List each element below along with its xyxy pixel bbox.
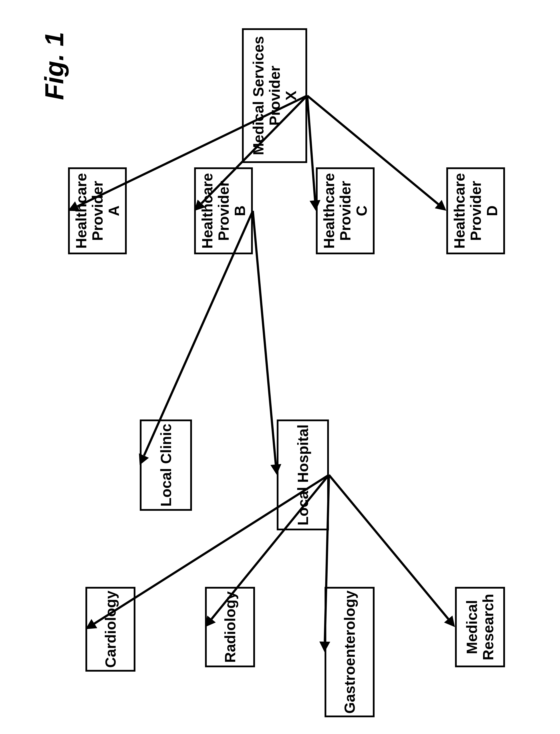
node-healthcare-provider-c: Healthcare Provider C [316, 167, 375, 254]
arrowhead-icon [270, 464, 282, 475]
node-local-clinic: Local Clinic [140, 419, 192, 511]
node-local-hospital: Local Hospital [277, 419, 329, 530]
node-label: Cardiology [102, 590, 119, 668]
edge-hospital-to-radiology [211, 474, 330, 620]
arrowhead-icon [319, 641, 330, 652]
node-medical-services-provider-x: Medical Services Provider X [242, 28, 307, 163]
arrowhead-icon [310, 200, 321, 211]
node-label: Healthcare Provider C [321, 173, 370, 249]
node-radiology: Radiology [205, 587, 255, 667]
node-gastroenterology: Gastroenterology [325, 587, 375, 717]
edge-prov_b-to-hospital [252, 211, 277, 465]
node-label: Local Hospital [295, 424, 311, 525]
node-label: Healthcare Provider A [73, 173, 122, 249]
node-healthcare-provider-d: Healthcare Provider D [446, 167, 505, 254]
node-label: Gastroenterology [342, 590, 358, 714]
node-label: Medical Research [464, 594, 496, 660]
node-label: Healthcare Provider D [451, 173, 500, 249]
edge-root-to-prov_c [306, 96, 316, 201]
node-label: Medical Services Provider X [250, 36, 299, 155]
figure-label: Fig. 1 [39, 32, 69, 100]
node-medical-research: Medical Research [455, 587, 505, 667]
node-label: Local Clinic [158, 423, 174, 507]
diagram-canvas: Fig. 1 Medical Services Provider X Healt… [0, 0, 560, 734]
